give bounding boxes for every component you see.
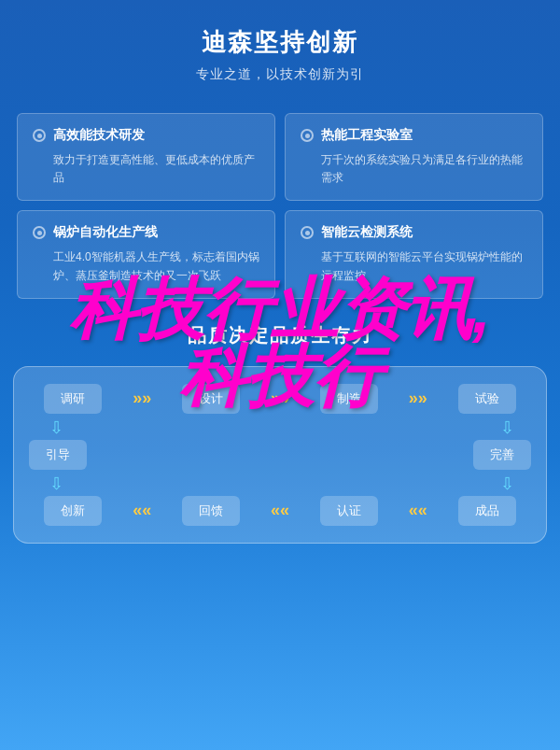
card-title-3: 锅炉自动化生产线 — [53, 224, 158, 241]
card-dot-2 — [301, 129, 314, 142]
process-row-1: 调研 »» 设计 »» 制造 »» 试验 — [29, 384, 531, 414]
arrows-down-2: ⇩ ⇩ — [29, 474, 531, 494]
middle-section: 品质决定品质生存力 — [0, 312, 560, 359]
sub-title: 专业之道，以技术创新为引 — [19, 66, 541, 83]
cards-grid: 高效能技术研发 致力于打造更高性能、更低成本的优质产品 热能工程实验室 万千次的… — [13, 109, 547, 303]
top-section: 迪森坚持创新 专业之道，以技术创新为引 — [0, 0, 560, 100]
arrow-down-right-1: ⇩ — [500, 417, 514, 438]
card-title-1: 高效能技术研发 — [53, 127, 145, 144]
arrow-right-2: »» — [271, 389, 289, 408]
main-title: 迪森坚持创新 — [19, 26, 541, 59]
card-desc-3: 工业4.0智能机器人生产线，标志着国内锅炉、蒸压釜制造技术的又一次飞跃 — [33, 248, 259, 284]
card-header-3: 锅炉自动化生产线 — [33, 224, 259, 241]
card-dot-3 — [33, 226, 46, 239]
arrow-down-right-2: ⇩ — [500, 474, 514, 494]
process-step-guide: 引导 — [29, 440, 87, 470]
middle-title: 品质决定品质生存力 — [19, 323, 541, 348]
arrow-left-1: «« — [133, 501, 151, 520]
process-step-innovate: 创新 — [44, 496, 102, 526]
arrows-down-1: ⇩ ⇩ — [29, 417, 531, 438]
card-thermal-lab: 热能工程实验室 万千次的系统实验只为满足各行业的热能需求 — [285, 113, 543, 201]
process-step-test: 试验 — [458, 384, 516, 414]
card-header-2: 热能工程实验室 — [301, 127, 527, 144]
card-boiler-line: 锅炉自动化生产线 工业4.0智能机器人生产线，标志着国内锅炉、蒸压釜制造技术的又… — [17, 210, 275, 298]
process-step-feedback: 回馈 — [182, 496, 240, 526]
process-step-design: 设计 — [182, 384, 240, 414]
card-dot-4 — [301, 226, 314, 239]
card-title-4: 智能云检测系统 — [321, 224, 413, 241]
card-header-1: 高效能技术研发 — [33, 127, 259, 144]
arrow-right-1: »» — [133, 389, 151, 408]
arrow-left-2: «« — [271, 501, 289, 520]
card-dot-1 — [33, 129, 46, 142]
arrow-right-3: »» — [409, 389, 427, 408]
card-header-4: 智能云检测系统 — [301, 224, 527, 241]
arrow-left-3: «« — [409, 501, 427, 520]
arrow-down-left-1: ⇩ — [49, 417, 63, 438]
arrow-down-left-2: ⇩ — [49, 474, 63, 494]
process-step-manufacture: 制造 — [320, 384, 378, 414]
process-step-survey: 调研 — [44, 384, 102, 414]
card-desc-4: 基于互联网的智能云平台实现锅炉性能的远程监控 — [301, 248, 527, 284]
process-step-product: 成品 — [458, 496, 516, 526]
card-desc-1: 致力于打造更高性能、更低成本的优质产品 — [33, 151, 259, 187]
card-cloud-detection: 智能云检测系统 基于互联网的智能云平台实现锅炉性能的远程监控 — [285, 210, 543, 298]
card-tech-research: 高效能技术研发 致力于打造更高性能、更低成本的优质产品 — [17, 113, 275, 201]
process-row-2: 引导 完善 — [29, 440, 531, 470]
card-desc-2: 万千次的系统实验只为满足各行业的热能需求 — [301, 151, 527, 187]
process-row-3: 创新 «« 回馈 «« 认证 «« 成品 — [29, 496, 531, 526]
process-step-certify: 认证 — [320, 496, 378, 526]
process-step-improve: 完善 — [473, 440, 531, 470]
card-title-2: 热能工程实验室 — [321, 127, 413, 144]
process-box: 调研 »» 设计 »» 制造 »» 试验 ⇩ ⇩ 引导 完善 ⇩ ⇩ 创新 ««… — [13, 366, 547, 544]
